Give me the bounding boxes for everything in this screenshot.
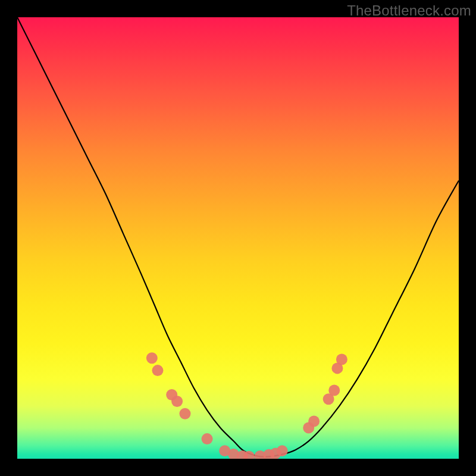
highlight-dot (171, 396, 183, 407)
highlight-dot (336, 354, 347, 365)
highlight-dot (328, 384, 340, 396)
watermark-text: TheBottleneck.com (347, 2, 471, 19)
highlight-dot (152, 365, 163, 376)
highlight-dot (179, 408, 190, 419)
bottleneck-curve (17, 17, 459, 457)
highlight-dot (277, 445, 288, 456)
highlight-dot (308, 415, 320, 427)
highlight-dot (146, 352, 158, 364)
highlight-dot (202, 433, 213, 444)
chart-frame: TheBottleneck.com (0, 0, 476, 476)
curve-layer (17, 17, 459, 459)
plot-area (17, 17, 459, 459)
